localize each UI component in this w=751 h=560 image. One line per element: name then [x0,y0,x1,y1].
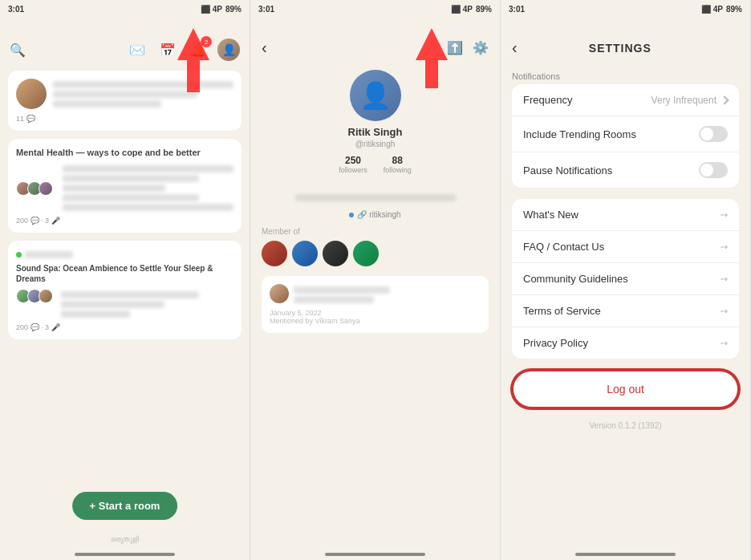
room-icon-3[interactable] [323,241,348,266]
post-content2 [294,296,374,303]
room-label-text [25,251,73,258]
room-icon-4[interactable] [353,241,379,266]
messages-icon[interactable]: ✉️ [126,39,148,61]
faq-row[interactable]: FAQ / Contact Us ↗ [512,231,739,263]
room-icon-1[interactable] [262,241,287,266]
feed-card-2[interactable]: Mental Health — ways to cope and be bett… [8,139,242,233]
notifications-group: Frequency Very Infrequent Include Trendi… [512,84,739,188]
participant-av3 [39,181,53,196]
start-room-button[interactable]: + Start a room [72,492,178,520]
profile-handle: @ritiksingh [355,140,396,148]
battery-3: 89% [726,5,742,14]
participant-name3 [63,185,165,192]
community-guidelines-row[interactable]: Community Guidelines ↗ [512,263,739,295]
pause-notifications-row[interactable]: Pause Notifications [512,152,739,188]
bottom-bar-1 [75,553,174,556]
toggle-knob-2 [700,164,713,177]
battery-1: 89% [225,5,242,14]
topic-title: Mental Health — ways to cope and be bett… [16,147,233,158]
profile-name: Ritik Singh [348,126,403,138]
card1-avatar [16,79,47,109]
following-count: 88 [384,155,412,166]
profile-stats: 250 followers 88 following [339,155,412,174]
pause-notifications-toggle[interactable] [699,162,728,178]
network-2: ⬛ 4P [451,5,473,14]
settings-content: Notifications Frequency Very Infrequent … [501,65,750,549]
bio-text [295,194,456,201]
card1-sub [53,100,161,108]
frequency-row[interactable]: Frequency Very Infrequent [512,84,739,116]
profile-avatar: 👤 [350,70,401,121]
member-of-label: Member of [262,227,489,236]
terms-row[interactable]: Terms of Service ↗ [512,295,739,327]
card1-stats: 11 💬 [16,115,35,123]
settings-icon[interactable]: ⚙️ [473,40,489,55]
version-text: Version 0.1.2 (1392) [512,416,739,441]
frequency-value: Very Infrequent [652,95,716,106]
notifications-section-label: Notifications [512,65,739,84]
profile-bio [262,192,489,204]
feed-card-3[interactable]: Sound Spa: Ocean Ambience to Settle Your… [8,241,242,339]
post-avatar [270,284,289,303]
status-time-1: 3:01 [8,5,24,14]
privacy-label: Privacy Policy [523,337,720,349]
settings-panel: 3:01 ⬛ 4P 89% ‹ SETTINGS Notifications F… [501,0,751,560]
info-group: What's New ↗ FAQ / Contact Us ↗ Communit… [512,199,739,359]
following-stat: 88 following [384,155,412,174]
participant-name1 [63,165,233,172]
back-icon[interactable]: ‹ [262,39,267,57]
frequency-label: Frequency [523,94,652,106]
post-subtitle: Mentioned by Vikram Sanya [270,317,481,325]
profile-bio-link[interactable]: 🔗 ritiksingh [357,210,400,219]
participant-name5 [63,204,233,211]
faq-label: FAQ / Contact Us [523,241,720,253]
room-icon-2[interactable] [292,241,318,266]
followers-label: followers [339,166,367,174]
card1-name [53,81,233,88]
status-time-3: 3:01 [509,5,525,14]
terms-label: Terms of Service [523,305,720,317]
bottom-bar-2 [325,553,424,556]
bell-icon[interactable]: 🔔 2 [187,39,209,61]
user-avatar[interactable]: 👤 [217,39,240,61]
profile-post[interactable]: January 5, 2022 Mentioned by Vikram Sany… [262,276,489,333]
network-3: ⬛ 4P [701,5,723,14]
profile-panel: 3:01 ⬛ 4P 89% ‹ ⬆️ ⚙️ 👤 Ritik Singh @rit… [250,0,501,560]
feed-content: 11 💬 Mental Health — ways to cope and be… [0,67,250,495]
participant-name2 [63,175,199,182]
participant-name4 [63,194,199,201]
post-date: January 5, 2022 [270,309,481,317]
whats-new-row[interactable]: What's New ↗ [512,199,739,231]
profile-rooms [262,241,489,266]
card3-stats: 200 💬 · 3 🎤 [16,323,60,331]
whats-new-label: What's New [523,209,720,221]
followers-stat: 250 followers [339,155,367,174]
profile-link-row: 🔗 ritiksingh [262,210,489,219]
feed-card-1[interactable]: 11 💬 [8,71,242,131]
trending-rooms-toggle[interactable] [699,126,728,142]
room-av3 [39,289,53,303]
privacy-row[interactable]: Privacy Policy ↗ [512,327,739,359]
participant-avatars [16,181,53,196]
calendar-icon[interactable]: 📅 [156,39,179,61]
live-dot [16,252,22,258]
share-icon[interactable]: ⬆️ [447,40,463,55]
battery-2: 89% [476,5,492,14]
followers-count: 250 [339,155,367,166]
profile-header: ‹ ⬆️ ⚙️ [250,18,500,63]
trending-rooms-label: Include Trending Rooms [523,128,699,140]
profile-top: 👤 Ritik Singh @ritiksingh 250 followers … [262,70,489,182]
search-icon[interactable]: 🔍 [10,43,26,58]
profile-content: 👤 Ritik Singh @ritiksingh 250 followers … [250,63,500,549]
card2-stats: 200 💬 · 3 🎤 [16,217,60,225]
network-1: ⬛ 4P [201,5,222,14]
frequency-chevron [720,95,729,104]
link-dot [349,213,354,217]
pause-notifications-label: Pause Notifications [523,164,699,177]
settings-back-icon[interactable]: ‹ [512,39,518,57]
card1-handle [53,91,197,98]
status-time-2: 3:01 [258,5,274,14]
trending-rooms-row[interactable]: Include Trending Rooms [512,116,739,152]
post-content [294,286,390,294]
logout-button[interactable]: Log out [512,370,739,408]
